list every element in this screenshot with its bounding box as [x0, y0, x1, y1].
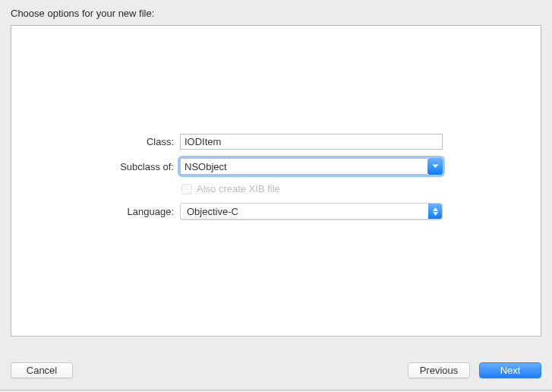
- xib-label: Also create XIB file: [197, 183, 280, 194]
- class-label: Class:: [11, 136, 174, 147]
- language-row: Language: Objective-C: [11, 203, 541, 220]
- subclass-label: Subclass of:: [11, 161, 174, 172]
- previous-button[interactable]: Previous: [408, 362, 470, 378]
- language-value: Objective-C: [181, 204, 428, 219]
- language-label: Language:: [11, 206, 174, 217]
- xib-checkbox: [181, 184, 192, 194]
- subclass-combo[interactable]: [180, 158, 443, 175]
- xib-row: Also create XIB file: [11, 183, 541, 194]
- language-select[interactable]: Objective-C: [180, 203, 443, 220]
- cancel-button[interactable]: Cancel: [11, 362, 73, 378]
- chevron-down-icon: [432, 164, 439, 169]
- subclass-row: Subclass of:: [11, 158, 541, 175]
- next-button[interactable]: Next: [479, 362, 541, 378]
- dialog-header: Choose options for your new file:: [0, 0, 552, 25]
- select-stepper-icon: [428, 204, 442, 219]
- footer-divider: [0, 390, 552, 390]
- class-row: Class:: [11, 134, 541, 150]
- form-area: Class: Subclass of: Also cr: [11, 134, 541, 220]
- dialog-title: Choose options for your new file:: [11, 8, 154, 19]
- dialog-footer: Cancel Previous Next: [0, 348, 552, 392]
- subclass-input[interactable]: [180, 158, 427, 175]
- content-panel: Class: Subclass of: Also cr: [11, 25, 541, 337]
- class-input[interactable]: [180, 134, 443, 150]
- subclass-dropdown-button[interactable]: [427, 158, 443, 175]
